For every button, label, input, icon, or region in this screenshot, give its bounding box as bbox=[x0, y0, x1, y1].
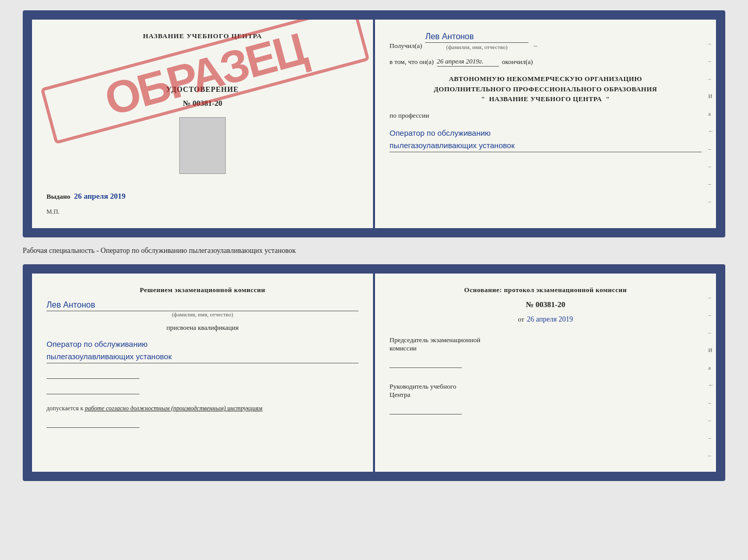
signature-line-1 bbox=[46, 370, 139, 379]
recipient-name: Лев Антонов bbox=[425, 32, 528, 43]
issued-date: 26 апреля 2019 bbox=[74, 192, 126, 200]
photo-placeholder bbox=[179, 117, 226, 174]
qualification-value: Оператор по обслуживанию пылегазоулавлив… bbox=[46, 338, 359, 363]
right-side-marks-bottom: – – – И а ← – – – – bbox=[708, 294, 714, 458]
basis-heading: Основание: протокол экзаменационной коми… bbox=[389, 286, 702, 294]
org-name-line: " НАЗВАНИЕ УЧЕБНОГО ЦЕНТРА " bbox=[389, 94, 702, 104]
top-document: НАЗВАНИЕ УЧЕБНОГО ЦЕНТРА ОБРАЗЕЦ УДОСТОВ… bbox=[23, 10, 725, 237]
top-doc-left: НАЗВАНИЕ УЧЕБНОГО ЦЕНТРА ОБРАЗЕЦ УДОСТОВ… bbox=[32, 20, 373, 228]
top-doc-right: Получил(а) Лев Антонов (фамилия, имя, от… bbox=[375, 20, 716, 228]
qual-line1: Оператор по обслуживанию bbox=[46, 338, 359, 350]
qual-line2: пылегазоулавливающих установок bbox=[46, 350, 359, 363]
chairman-line2: комиссии bbox=[389, 344, 702, 353]
received-label: Получил(а) bbox=[389, 42, 422, 50]
commission-heading: Решением экзаменационной комиссии bbox=[46, 286, 359, 294]
recipient-line: Получил(а) Лев Антонов (фамилия, имя, от… bbox=[389, 32, 702, 50]
bottom-fio-label: (фамилия, имя, отчество) bbox=[46, 311, 359, 317]
protocol-number: № 00381-20 bbox=[389, 300, 702, 309]
leader-block: Руководитель учебного Центра bbox=[389, 382, 702, 414]
bottom-person-name: Лев Антонов bbox=[46, 300, 359, 311]
profession-line1: Оператор по обслуживанию пылегазоулавлив… bbox=[389, 127, 702, 152]
leader-sign-line bbox=[389, 405, 462, 414]
signature-line-3 bbox=[46, 419, 139, 428]
protocol-date: от 26 апреля 2019 bbox=[389, 315, 702, 324]
mp-label: М.П. bbox=[46, 208, 59, 216]
completed-label: окончил(а) bbox=[502, 58, 533, 66]
bottom-doc-left: Решением экзаменационной комиссии Лев Ан… bbox=[32, 274, 373, 472]
completion-date: 26 апреля 2019г. bbox=[437, 57, 499, 67]
date-prefix: от bbox=[518, 315, 524, 323]
fio-label-top: (фамилия, имя, отчество) bbox=[446, 44, 508, 50]
dash-top: – bbox=[534, 42, 537, 50]
issued-line: Выдано 26 апреля 2019 bbox=[46, 192, 126, 201]
org-line1: АВТОНОМНУЮ НЕКОММЕРЧЕСКУЮ ОРГАНИЗАЦИЮ bbox=[389, 74, 702, 84]
leader-line2: Центра bbox=[389, 391, 702, 399]
bottom-document: Решением экзаменационной комиссии Лев Ан… bbox=[23, 264, 725, 481]
chairman-block: Председатель экзаменационной комиссии bbox=[389, 336, 702, 368]
in-that-label: в том, что он(а) bbox=[389, 58, 434, 66]
org-block: АВТОНОМНУЮ НЕКОММЕРЧЕСКУЮ ОРГАНИЗАЦИЮ ДО… bbox=[389, 74, 702, 104]
right-side-marks-top: – – – И а ← – – – – bbox=[708, 40, 714, 204]
chairman-sign-line bbox=[389, 359, 462, 368]
allowed-prefix: допускается к bbox=[46, 405, 83, 412]
chairman-line1: Председатель экзаменационной bbox=[389, 336, 702, 344]
org-line2: ДОПОЛНИТЕЛЬНОГО ПРОФЕССИОНАЛЬНОГО ОБРАЗО… bbox=[389, 84, 702, 94]
qualification-label: присвоена квалификация bbox=[46, 324, 359, 332]
profession-label: по профессии bbox=[389, 111, 702, 120]
allowed-block: допускается к работе согласно должностны… bbox=[46, 405, 359, 412]
signature-line-2 bbox=[46, 385, 139, 394]
org-name: НАЗВАНИЕ УЧЕБНОГО ЦЕНТРА bbox=[489, 95, 602, 103]
recipient-wrapper: Лев Антонов (фамилия, имя, отчество) bbox=[425, 32, 528, 50]
bottom-doc-right: Основание: протокол экзаменационной коми… bbox=[375, 274, 716, 472]
allowed-italic: работе согласно должностным (производств… bbox=[85, 405, 262, 412]
specialty-label: Рабочая специальность - Оператор по обсл… bbox=[23, 247, 725, 255]
completed-line: в том, что он(а) 26 апреля 2019г. окончи… bbox=[389, 57, 702, 67]
bottom-person-wrapper: Лев Антонов (фамилия, имя, отчество) bbox=[46, 300, 359, 317]
leader-line1: Руководитель учебного bbox=[389, 382, 702, 391]
protocol-date-value: 26 апреля 2019 bbox=[527, 315, 573, 323]
